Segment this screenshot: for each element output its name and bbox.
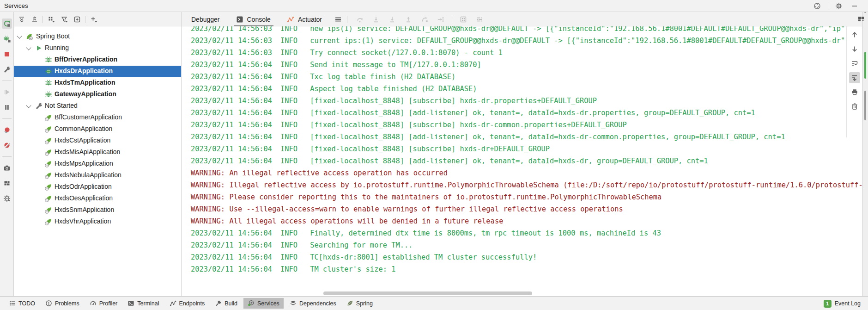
tree-item-label: CommonApplication — [55, 125, 112, 132]
soft-wrap-icon[interactable] — [849, 58, 860, 69]
leaf-clock-icon — [45, 149, 53, 156]
statusbar-item-label: Problems — [55, 300, 79, 307]
pause-icon[interactable] — [2, 102, 12, 112]
print-icon[interactable] — [849, 87, 860, 98]
tree-item-HxdsNebulaApplication[interactable]: HxdsNebulaApplication — [14, 170, 181, 181]
tab-debugger[interactable]: Debugger — [190, 12, 221, 26]
layout-settings-icon[interactable] — [856, 14, 866, 24]
tree-item-HxdsOdrApplication[interactable]: HxdsOdrApplication — [14, 181, 181, 193]
tree-item-BffCustomerApplication[interactable]: BffCustomerApplication — [14, 112, 181, 124]
leaf-clock-icon — [45, 206, 53, 214]
settings-gear-icon[interactable] — [2, 193, 12, 204]
event-log-widget[interactable]: 1 Event Log — [824, 297, 861, 310]
step-into-icon[interactable] — [371, 14, 381, 25]
tree-item-HxdsSnmApplication[interactable]: HxdsSnmApplication — [14, 205, 181, 216]
tab-debugger-label: Debugger — [191, 16, 220, 23]
evaluate-expression-icon[interactable] — [458, 14, 468, 25]
tree-item-CommonApplication[interactable]: CommonApplication — [14, 124, 181, 135]
toolbar-divider — [452, 16, 452, 23]
trace-settings-icon[interactable] — [474, 14, 485, 25]
tree-item-label: HxdsVhrApplication — [55, 217, 111, 225]
statusbar-item-label: Spring — [356, 300, 373, 307]
edit-configuration-wrench-icon[interactable] — [2, 64, 12, 74]
add-service-icon[interactable] — [72, 15, 82, 25]
menu-icon[interactable] — [333, 14, 343, 25]
dashboard-icon[interactable] — [2, 178, 12, 188]
statusbar-item-build[interactable]: Build — [211, 298, 242, 309]
tab-console[interactable]: Console — [235, 12, 272, 26]
stop-icon[interactable] — [2, 49, 12, 59]
chevron-down-icon[interactable] — [26, 45, 31, 50]
tree-node-running[interactable]: Running — [14, 43, 181, 54]
leaf-clock-icon — [45, 172, 53, 180]
tree-item-label: GatewayApplication — [55, 90, 116, 98]
step-out-icon[interactable] — [403, 14, 413, 25]
drop-frame-icon[interactable] — [419, 14, 430, 25]
leaf-clock-icon — [45, 183, 53, 191]
tree-node-spring-boot[interactable]: Spring Boot — [14, 31, 181, 43]
tree-item-HxdsOesApplication[interactable]: HxdsOesApplication — [14, 193, 181, 205]
rerun-icon[interactable] — [2, 19, 12, 29]
ide-services-window: Services Spring BootRunningBffDriverAppl… — [0, 0, 868, 310]
console-side-toolbar — [846, 26, 862, 137]
run-to-cursor-icon[interactable] — [436, 14, 446, 25]
toolbar-divider — [42, 16, 43, 23]
tree-item-HxdsDrApplication[interactable]: HxdsDrApplication — [14, 66, 181, 77]
tool-window-options-icon[interactable] — [812, 1, 822, 11]
statusbar-item-label: Build — [225, 300, 237, 307]
horizontal-scrollbar-thumb[interactable] — [323, 291, 532, 295]
tree-item-BffDriverApplication[interactable]: BffDriverApplication — [14, 54, 181, 66]
scroll-up-icon[interactable] — [849, 29, 860, 40]
step-over-icon[interactable] — [355, 14, 365, 25]
resume-icon[interactable] — [2, 87, 12, 97]
chevron-down-icon[interactable] — [17, 33, 22, 38]
tree-item-label: HxdsCstApplication — [55, 136, 110, 144]
statusbar-item-terminal[interactable]: Terminal — [123, 298, 163, 309]
run-debug-toolbar — [0, 12, 14, 296]
statusbar-item-profiler[interactable]: Profiler — [85, 298, 122, 309]
console-output[interactable]: 2023/02/11 14:56:03INFOnew ips(1) servic… — [182, 26, 868, 296]
titlebar-actions — [812, 1, 860, 11]
wrench-icon — [35, 102, 43, 110]
chevron-down-icon[interactable] — [26, 103, 31, 108]
right-edge-strip — [862, 0, 868, 296]
rerun-debug-icon[interactable] — [2, 34, 12, 44]
add-icon[interactable] — [89, 15, 98, 25]
tree-item-HxdsMpsApplication[interactable]: HxdsMpsApplication — [14, 158, 181, 170]
tab-actuator[interactable]: Actuator — [285, 12, 323, 26]
event-log-badge: 1 — [824, 300, 832, 308]
statusbar-item-services[interactable]: Services — [243, 298, 284, 309]
hide-minimize-icon[interactable] — [850, 1, 860, 11]
scroll-to-end-icon[interactable] — [849, 72, 860, 83]
tab-actuator-label: Actuator — [298, 16, 322, 23]
tree-item-GatewayApplication[interactable]: GatewayApplication — [14, 89, 181, 100]
log-line-info: 2023/02/11 14:56:04INFOSearching for mor… — [191, 239, 868, 251]
thread-dump-camera-icon[interactable] — [2, 163, 12, 173]
filter-icon[interactable] — [59, 15, 69, 25]
tree-node-not-started[interactable]: Not Started — [14, 100, 181, 112]
mute-breakpoints-icon[interactable] — [2, 140, 12, 150]
tree-item-label: Running — [45, 44, 69, 51]
clear-console-icon[interactable] — [849, 101, 860, 112]
collapse-all-icon[interactable] — [30, 15, 39, 25]
tree-item-HxdsVhrApplication[interactable]: HxdsVhrApplication — [14, 216, 181, 228]
settings-gear-icon[interactable] — [834, 1, 844, 11]
statusbar-item-spring[interactable]: Spring — [342, 298, 377, 309]
scroll-down-icon[interactable] — [849, 43, 860, 55]
statusbar-item-endpoints[interactable]: Endpoints — [165, 298, 209, 309]
leaf-clock-icon — [45, 160, 53, 168]
force-step-into-icon[interactable] — [387, 14, 397, 25]
tree-item-HxdsCstApplication[interactable]: HxdsCstApplication — [14, 135, 181, 147]
expand-all-icon[interactable] — [17, 15, 26, 25]
statusbar-item-todo[interactable]: TODO — [5, 298, 39, 309]
view-breakpoints-icon[interactable] — [2, 125, 12, 135]
tree-item-HxdsTmApplication[interactable]: HxdsTmApplication — [14, 77, 181, 89]
statusbar-item-dependencies[interactable]: Dependencies — [285, 298, 340, 309]
debug-bug-icon — [45, 56, 53, 64]
tree-item-HxdsMisApiApplication[interactable]: HxdsMisApiApplication — [14, 147, 181, 158]
actuator-icon — [286, 15, 295, 24]
log-line-info: 2023/02/11 14:56:04INFOSend init message… — [191, 59, 868, 71]
console-log: 2023/02/11 14:56:03INFOnew ips(1) servic… — [191, 26, 868, 275]
group-by-icon[interactable] — [46, 15, 56, 25]
statusbar-item-problems[interactable]: Problems — [41, 298, 84, 309]
